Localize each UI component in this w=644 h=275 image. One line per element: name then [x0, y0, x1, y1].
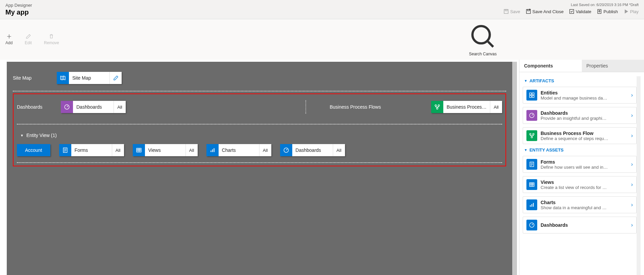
dashboards-tile[interactable]: Dashboards All: [61, 101, 126, 113]
svg-rect-18: [532, 93, 534, 95]
asset-dashboards[interactable]: Dashboards ›: [523, 217, 637, 233]
asset-forms[interactable]: Forms Define how users will see and in… …: [523, 156, 637, 173]
svg-rect-29: [533, 203, 534, 207]
divider-dots: [305, 100, 306, 114]
chevron-right-icon: ›: [631, 92, 633, 98]
search-icon: [469, 23, 497, 50]
svg-rect-3: [527, 9, 529, 11]
header-bar: App Designer My app Last Saved on :6/20/…: [0, 0, 644, 19]
account-entity-button[interactable]: Account: [17, 144, 50, 156]
asset-charts[interactable]: Charts Show data in a meaningful and … ›: [523, 196, 637, 213]
app-designer-label: App Designer: [5, 3, 32, 8]
site-map-tile[interactable]: Site Map: [57, 72, 122, 84]
forms-tile[interactable]: Forms All: [59, 144, 124, 156]
entity-dashboards-tile[interactable]: Dashboards All: [280, 144, 345, 156]
form-icon: [526, 159, 537, 170]
save-icon: [503, 9, 509, 14]
site-map-label: Site Map: [13, 75, 57, 81]
caret-down-icon: ▼: [20, 134, 24, 137]
asset-views[interactable]: Views Create a list view of records for …: [523, 176, 637, 193]
entity-assets-section-toggle[interactable]: ▼ ENTITY ASSETS: [524, 147, 637, 153]
publish-icon: [597, 9, 602, 14]
svg-rect-15: [214, 148, 214, 152]
svg-rect-13: [210, 150, 211, 152]
svg-rect-19: [529, 95, 531, 98]
validate-button[interactable]: Validate: [569, 9, 591, 14]
svg-rect-0: [504, 9, 508, 13]
bpf-all-button[interactable]: All: [490, 101, 502, 113]
canvas-scrollbar[interactable]: [512, 62, 517, 275]
bar-chart-icon: [526, 199, 537, 210]
svg-rect-4: [570, 9, 574, 13]
form-icon: [59, 144, 71, 156]
plus-icon: [6, 34, 12, 39]
trash-icon: [49, 34, 54, 39]
play-button: Play: [623, 9, 639, 14]
chevron-right-icon: ›: [631, 161, 633, 167]
panel-scrollbar[interactable]: [637, 76, 641, 275]
artifact-bpf[interactable]: Business Process Flow Define a sequence …: [523, 127, 637, 144]
design-canvas[interactable]: Site Map Site Map Dashboards: [7, 62, 512, 275]
gauge-icon: [61, 101, 73, 113]
map-icon: [57, 72, 69, 84]
dashboards-all-button[interactable]: All: [114, 101, 126, 113]
artifacts-section-toggle[interactable]: ▼ ARTIFACTS: [524, 78, 637, 83]
grid-icon: [526, 179, 537, 190]
gauge-icon: [526, 220, 537, 230]
chevron-right-icon: ›: [631, 222, 633, 228]
chevron-right-icon: ›: [631, 182, 633, 188]
edit-site-map-button[interactable]: [109, 72, 122, 84]
caret-down-icon: ▼: [524, 148, 527, 152]
publish-button[interactable]: Publish: [597, 9, 618, 14]
save-button: Save: [503, 9, 520, 14]
artifact-dashboards[interactable]: Dashboards Provide an insightful and gra…: [523, 107, 637, 124]
bpf-tile[interactable]: Business Proces… All: [431, 101, 502, 113]
validate-icon: [569, 9, 574, 14]
add-button[interactable]: Add: [5, 34, 13, 45]
views-all-button[interactable]: All: [185, 144, 198, 156]
save-and-close-button[interactable]: Save And Close: [526, 9, 564, 14]
remove-button: Remove: [44, 34, 59, 45]
charts-all-button[interactable]: All: [259, 144, 271, 156]
chevron-right-icon: ›: [631, 133, 633, 139]
svg-point-8: [435, 105, 437, 106]
chevron-right-icon: ›: [631, 202, 633, 208]
save-close-icon: [526, 9, 531, 14]
artifact-entities[interactable]: Entities Model and manage business da… ›: [523, 87, 637, 104]
flow-icon: [431, 101, 443, 113]
entities-icon: [526, 90, 537, 101]
svg-rect-17: [529, 93, 531, 95]
svg-point-24: [531, 136, 533, 138]
svg-rect-20: [532, 95, 534, 98]
gauge-icon: [280, 144, 292, 156]
svg-point-6: [472, 26, 490, 43]
svg-rect-12: [137, 148, 141, 152]
toolbar: Add Edit Remove Search Canvas: [0, 19, 644, 60]
svg-rect-2: [526, 9, 530, 13]
dashboards-label: Dashboards: [17, 104, 61, 110]
gauge-icon: [526, 110, 537, 121]
flow-icon: [526, 130, 537, 141]
side-panel: Components Properties ▼ ARTIFACTS Entiti…: [519, 60, 644, 275]
svg-rect-28: [531, 204, 532, 207]
views-tile[interactable]: Views All: [133, 144, 198, 156]
svg-point-23: [532, 133, 534, 135]
bpf-label: Business Process Flows: [330, 104, 397, 110]
bar-chart-icon: [206, 144, 219, 156]
play-icon: [623, 9, 629, 14]
svg-point-22: [529, 133, 531, 135]
tab-properties[interactable]: Properties: [582, 60, 644, 72]
svg-point-9: [438, 105, 440, 106]
grid-icon: [133, 144, 145, 156]
caret-down-icon: ▼: [524, 79, 527, 83]
tab-components[interactable]: Components: [519, 60, 582, 72]
svg-rect-26: [529, 183, 534, 186]
entity-dashboards-all-button[interactable]: All: [333, 144, 345, 156]
forms-all-button[interactable]: All: [112, 144, 124, 156]
edit-button: Edit: [25, 34, 32, 45]
pencil-icon: [26, 34, 31, 39]
search-canvas-button[interactable]: Search Canvas: [469, 23, 497, 56]
charts-tile[interactable]: Charts All: [206, 144, 271, 156]
svg-rect-27: [530, 205, 530, 207]
entity-view-toggle[interactable]: ▼ Entity View (1): [20, 133, 502, 138]
